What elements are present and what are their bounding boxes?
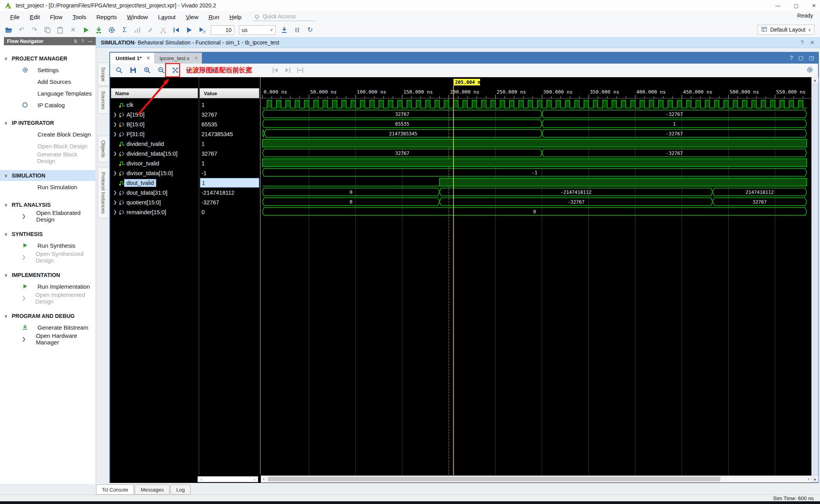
wave-settings-gear-icon[interactable] bbox=[806, 66, 813, 75]
next-transition-icon[interactable] bbox=[233, 66, 242, 75]
side-tab-scope[interactable]: Scope bbox=[98, 62, 108, 86]
help-icon[interactable]: ? bbox=[800, 39, 804, 46]
side-tab-objects[interactable]: Objects bbox=[98, 136, 108, 162]
copy-icon[interactable] bbox=[43, 26, 52, 34]
chevron-right-icon[interactable]: ❯ bbox=[22, 213, 26, 219]
waveform-canvas[interactable]: 0.000 ns50.000 ns100.000 ns150.000 ns200… bbox=[261, 77, 811, 475]
side-tab-protocol-instances[interactable]: Protocol Instances bbox=[98, 167, 108, 218]
previous-transition-icon[interactable] bbox=[221, 66, 230, 75]
value-column-header[interactable]: Value bbox=[200, 88, 259, 98]
find-icon[interactable] bbox=[115, 66, 123, 75]
signal-value-dividend_tdata150[interactable]: 32767 bbox=[200, 149, 259, 158]
menu-item-view[interactable]: View bbox=[186, 14, 198, 20]
hscroll-right-icon[interactable]: › bbox=[806, 476, 811, 482]
breakpoint-icon[interactable] bbox=[159, 26, 168, 34]
signal-row-divisor_tvalid[interactable]: divisor_tvalid bbox=[110, 158, 198, 168]
expand-chevron-icon[interactable]: ❯ bbox=[113, 122, 117, 127]
signal-row-quotient150[interactable]: ❯quotient[15:0] bbox=[110, 197, 198, 207]
expand-chevron-icon[interactable]: ❯ bbox=[113, 200, 117, 205]
generate-bitstream-toolbar-icon[interactable] bbox=[94, 26, 103, 34]
nav-section-title[interactable]: ∨SYNTHESIS bbox=[0, 229, 95, 240]
signal-value-quotient150[interactable]: -32767 bbox=[200, 197, 259, 207]
hscroll-thumb[interactable] bbox=[268, 477, 720, 481]
signal-row-dividend_tvalid[interactable]: dividend_tvalid bbox=[110, 139, 198, 149]
signal-row-b150[interactable]: ❯B[15:0] bbox=[110, 119, 198, 129]
run-all-icon[interactable] bbox=[185, 26, 193, 34]
tab-close-icon[interactable]: ✕ bbox=[194, 55, 198, 61]
go-to-last-time-icon[interactable] bbox=[210, 66, 218, 75]
signal-value-remainder150[interactable]: 0 bbox=[200, 207, 259, 217]
signal-row-p310[interactable]: ❯P[31:0] bbox=[110, 129, 198, 139]
swap-cursors-icon[interactable] bbox=[271, 66, 280, 75]
close-panel-icon[interactable]: ✕ bbox=[810, 39, 815, 46]
menu-item-help[interactable]: Help bbox=[230, 14, 242, 20]
menu-item-tools[interactable]: Tools bbox=[73, 14, 86, 20]
menu-item-layout[interactable]: Layout bbox=[158, 14, 176, 20]
pause-icon[interactable] bbox=[293, 26, 301, 34]
undo-icon[interactable]: ↶ bbox=[17, 26, 26, 34]
schematic-icon[interactable] bbox=[133, 26, 142, 34]
chevron-expanded-icon[interactable]: ∨ bbox=[0, 202, 12, 208]
expand-chevron-icon[interactable]: ❯ bbox=[113, 209, 117, 215]
hscroll-left-icon[interactable]: ‹ bbox=[261, 476, 267, 482]
nav-minimize-icon[interactable]: — bbox=[88, 39, 93, 44]
signal-row-divisor_tdata150[interactable]: ❯divisor_tdata[15:0] bbox=[110, 168, 198, 178]
minimize-icon[interactable]: — bbox=[775, 3, 781, 9]
pane-float-icon[interactable]: ▢ bbox=[799, 55, 804, 61]
chevron-right-icon[interactable]: ❯ bbox=[22, 336, 26, 342]
settings-gear-icon[interactable] bbox=[107, 26, 116, 34]
signal-value-dout_tdata310[interactable]: -2147418112 bbox=[200, 188, 259, 197]
nav-section-title[interactable]: ∨IMPLEMENTATION bbox=[0, 270, 95, 280]
value-wave-splitter[interactable] bbox=[260, 77, 260, 474]
menu-item-flow[interactable]: Flow bbox=[50, 14, 62, 20]
nav-section-title[interactable]: ∨IP INTEGRATOR bbox=[0, 117, 95, 128]
nav-item-open-hardware-manager[interactable]: ❯Open Hardware Manager bbox=[0, 333, 95, 345]
signal-row-dout_tdata310[interactable]: ❯dout_tdata[31:0] bbox=[110, 188, 198, 197]
names-scroll-right-icon[interactable]: › bbox=[251, 477, 257, 482]
run-time-input[interactable]: 10 bbox=[211, 25, 234, 35]
expand-chevron-icon[interactable]: ❯ bbox=[113, 112, 117, 117]
menu-item-edit[interactable]: Edit bbox=[30, 14, 40, 20]
waveform-hscrollbar[interactable]: ‹ › bbox=[261, 476, 811, 483]
expand-chevron-icon[interactable]: ❯ bbox=[113, 131, 117, 137]
open-project-icon[interactable] bbox=[4, 26, 13, 34]
signal-row-remainder150[interactable]: ❯remainder[15:0] bbox=[110, 207, 198, 217]
console-tab-tcl-console[interactable]: Tcl Console bbox=[96, 484, 134, 495]
nav-section-title[interactable]: ∨PROGRAM AND DEBUG bbox=[0, 311, 95, 321]
name-column-header[interactable]: Name bbox=[111, 88, 198, 98]
nav-section-title[interactable]: ∨SIMULATION bbox=[0, 170, 95, 181]
time-unit-select[interactable]: us∨ bbox=[239, 25, 276, 35]
nav-item-settings[interactable]: Settings bbox=[0, 64, 95, 76]
pane-help-icon[interactable]: ? bbox=[790, 55, 793, 61]
signal-value-clk[interactable]: 1 bbox=[200, 100, 259, 110]
signal-value-divisor_tvalid[interactable]: 1 bbox=[200, 158, 259, 168]
tab-close-icon[interactable]: ✕ bbox=[146, 55, 150, 61]
chevron-expanded-icon[interactable]: ∨ bbox=[0, 173, 12, 178]
zoom-to-cursor-icon[interactable] bbox=[185, 66, 194, 75]
relaunch-icon[interactable]: ↻ bbox=[306, 26, 314, 34]
signal-value-b150[interactable]: 65535 bbox=[200, 119, 259, 129]
chevron-expanded-icon[interactable]: ∨ bbox=[0, 314, 12, 319]
add-marker-icon[interactable] bbox=[245, 66, 253, 75]
signal-value-p310[interactable]: 2147385345 bbox=[200, 129, 259, 139]
vscroll-thumb[interactable] bbox=[813, 83, 818, 476]
signal-row-dividend_tdata150[interactable]: ❯dividend_tdata[15:0] bbox=[110, 149, 198, 158]
restart-simulation-icon[interactable] bbox=[172, 26, 180, 34]
quick-access-search[interactable]: Q·Quick Access bbox=[253, 12, 316, 21]
zoom-out-icon[interactable] bbox=[157, 66, 166, 75]
expand-chevron-icon[interactable]: ❯ bbox=[113, 190, 117, 195]
menu-item-file[interactable]: File bbox=[10, 14, 20, 20]
span-markers-icon[interactable] bbox=[296, 66, 305, 75]
nav-item-open-elaborated-design[interactable]: ❯Open Elaborated Design bbox=[0, 210, 95, 222]
nav-section-title[interactable]: ∨RTL ANALYSIS bbox=[0, 199, 95, 210]
nav-item-run-synthesis[interactable]: Run Synthesis bbox=[0, 240, 95, 251]
console-tab-log[interactable]: Log bbox=[170, 484, 191, 495]
nav-item-run-implementation[interactable]: Run Implementation bbox=[0, 280, 95, 292]
menu-item-window[interactable]: Window bbox=[127, 14, 148, 20]
zoom-fit-icon[interactable] bbox=[171, 66, 180, 75]
signal-value-dout_tvalid[interactable]: 1 bbox=[200, 178, 259, 188]
step-icon[interactable] bbox=[280, 26, 289, 34]
nav-item-add-sources[interactable]: Add Sources bbox=[0, 76, 95, 87]
vscroll-down-icon[interactable]: ▼ bbox=[812, 477, 818, 482]
console-tab-messages[interactable]: Messages bbox=[135, 484, 169, 495]
